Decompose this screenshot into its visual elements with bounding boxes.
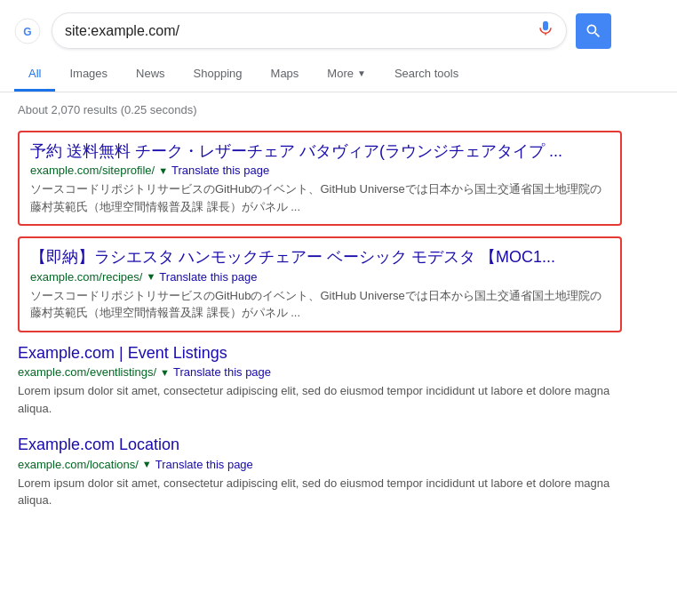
results-count: About 2,070 results (0.25 seconds) bbox=[18, 103, 659, 116]
dropdown-arrow-4[interactable]: ▼ bbox=[142, 459, 152, 469]
search-input[interactable]: site:example.com/ bbox=[65, 23, 530, 39]
translate-link-2[interactable]: Translate this page bbox=[159, 270, 257, 284]
result-title-3[interactable]: Example.com | Event Listings bbox=[18, 343, 622, 364]
result-snippet-3: Lorem ipsum dolor sit amet, consectetur … bbox=[18, 382, 622, 417]
search-bar-row: G site:example.com/ bbox=[14, 12, 663, 49]
dropdown-arrow-1[interactable]: ▼ bbox=[158, 165, 168, 176]
result-item-3: Example.com | Event Listings example.com… bbox=[18, 343, 622, 417]
nav-tabs: All Images News Shopping Maps More ▼ Sea… bbox=[14, 58, 663, 92]
result-title-4[interactable]: Example.com Location bbox=[18, 435, 622, 455]
search-input-wrapper: site:example.com/ bbox=[52, 12, 567, 49]
translate-link-4[interactable]: Translate this page bbox=[155, 458, 253, 471]
tab-more[interactable]: More ▼ bbox=[313, 58, 380, 92]
result-url-row-1: example.com/siteprofile/ ▼ Translate thi… bbox=[30, 164, 609, 177]
result-item-4: Example.com Location example.com/locatio… bbox=[18, 435, 622, 508]
tab-maps[interactable]: Maps bbox=[257, 58, 314, 92]
tab-shopping[interactable]: Shopping bbox=[179, 58, 257, 92]
microphone-icon[interactable] bbox=[538, 20, 554, 41]
translate-link-3[interactable]: Translate this page bbox=[173, 365, 271, 379]
svg-text:G: G bbox=[23, 25, 31, 37]
result-snippet-2: ソースコードリポジトリサービスのGitHubのイベント、GitHub Unive… bbox=[30, 287, 609, 322]
search-button[interactable] bbox=[576, 13, 611, 49]
result-item-1: 予約 送料無料 チーク・レザーチェア バタヴィア(ラウンジチェアタイプ ... … bbox=[18, 131, 622, 226]
dropdown-arrow-2[interactable]: ▼ bbox=[146, 271, 155, 282]
search-header: G site:example.com/ All Images bbox=[0, 0, 677, 92]
results-area: About 2,070 results (0.25 seconds) 予約 送料… bbox=[0, 92, 677, 545]
result-url-row-4: example.com/locations/ ▼ Translate this … bbox=[18, 458, 622, 471]
tab-news[interactable]: News bbox=[122, 58, 179, 92]
result-snippet-1: ソースコードリポジトリサービスのGitHubのイベント、GitHub Unive… bbox=[30, 180, 609, 215]
chevron-down-icon: ▼ bbox=[357, 68, 366, 78]
result-url-row-2: example.com/recipes/ ▼ Translate this pa… bbox=[30, 270, 609, 284]
result-url-row-3: example.com/eventlistings/ ▼ Translate t… bbox=[18, 365, 622, 379]
result-url-3: example.com/eventlistings/ bbox=[18, 365, 156, 379]
result-item-2: 【即納】ラシエスタ ハンモックチェアー ベーシック モデスタ 【MOC1... … bbox=[18, 236, 622, 332]
search-icons bbox=[538, 20, 554, 41]
translate-link-1[interactable]: Translate this page bbox=[171, 164, 269, 177]
tab-all[interactable]: All bbox=[14, 58, 55, 92]
tab-images[interactable]: Images bbox=[55, 58, 122, 92]
result-snippet-4: Lorem ipsum dolor sit amet, consectetur … bbox=[18, 475, 622, 509]
google-logo: G bbox=[14, 18, 41, 44]
result-url-2: example.com/recipes/ bbox=[30, 270, 142, 284]
result-title-1[interactable]: 予約 送料無料 チーク・レザーチェア バタヴィア(ラウンジチェアタイプ ... bbox=[30, 141, 609, 162]
result-title-2[interactable]: 【即納】ラシエスタ ハンモックチェアー ベーシック モデスタ 【MOC1... bbox=[30, 247, 609, 268]
result-url-4: example.com/locations/ bbox=[18, 458, 139, 471]
tab-search-tools[interactable]: Search tools bbox=[380, 58, 473, 92]
result-url-1: example.com/siteprofile/ bbox=[30, 164, 155, 177]
dropdown-arrow-3[interactable]: ▼ bbox=[160, 367, 170, 378]
